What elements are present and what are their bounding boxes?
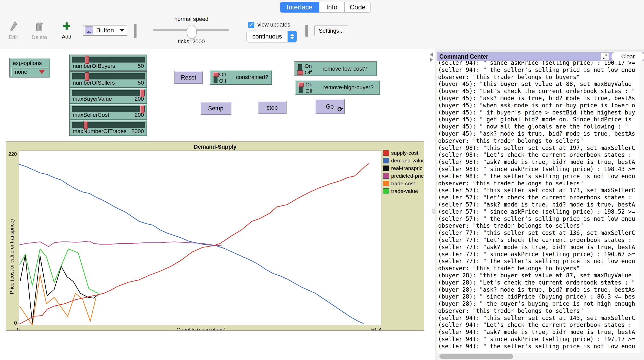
speed-slider-label: normal speed — [153, 16, 230, 22]
command-center-line: (seller 77): " the seller's selling pric… — [438, 258, 640, 265]
expand-icon[interactable]: ⤢ — [601, 53, 609, 60]
chooser-label: exp-options — [13, 60, 42, 67]
step-button[interactable]: step — [258, 101, 287, 114]
plot-title: Demand-Supply — [6, 144, 424, 150]
legend-item: trade-value — [383, 187, 424, 195]
slider-numberOfSellers[interactable]: numberOfSellers50 — [69, 71, 147, 88]
edit-button[interactable]: Edit — [6, 21, 21, 40]
switch-remove-low-cost[interactable]: OnOff remove-low-cost? — [294, 61, 377, 76]
command-center-line: (buyer 45): "this buyer set value at 88,… — [438, 81, 640, 88]
command-center-hscrollbar[interactable] — [437, 353, 644, 360]
legend-label: supply-cost — [391, 150, 418, 156]
setup-button[interactable]: Setup — [200, 102, 231, 115]
command-center-line: (seller 77): "ask? mode is true, bid? mo… — [438, 244, 640, 251]
chooser-arrow-icon — [39, 70, 45, 74]
legend-swatch — [383, 173, 389, 179]
collapse-right-arrow-icon[interactable] — [430, 58, 433, 62]
y-axis-max-tick: 220 — [7, 151, 17, 157]
command-center-line: (buyer 45): " now all the globals are th… — [438, 123, 640, 130]
command-center-title: Command Center — [439, 53, 601, 60]
forever-icon: ⟳ — [337, 106, 343, 113]
delete-button[interactable]: Delete — [31, 21, 47, 40]
hscrollbar-thumb[interactable] — [439, 354, 513, 359]
switch-off-label: Off — [219, 78, 226, 84]
command-center-line: (buyer 45): "ask? mode is true, bid? mod… — [438, 95, 640, 102]
command-center-line: (buyer 28): "this buyer set value at 87,… — [438, 272, 640, 279]
switch-off-label: Off — [305, 88, 313, 94]
clear-label: Clear — [621, 53, 635, 60]
switch-handle[interactable] — [297, 70, 303, 75]
command-center-line: (buyer 45): "ask? mode is true, bid? mod… — [438, 130, 640, 137]
legend-label: demand-value — [391, 158, 424, 164]
command-center-line: (buyer 45): " get global bid? mode on. S… — [438, 116, 640, 123]
command-center-line: (seller 98): " since askPrice (selling p… — [438, 166, 640, 173]
switch-on-label: On — [219, 71, 226, 78]
update-mode-dropdown[interactable]: continuous — [246, 31, 297, 42]
command-center-line: observer: "this trader belongs to seller… — [438, 137, 640, 145]
slider-track — [72, 90, 145, 96]
tab-code[interactable]: Code — [344, 2, 371, 12]
command-center-vscrollbar[interactable] — [639, 61, 644, 353]
tab-info[interactable]: Info — [319, 2, 344, 12]
view-updates-control: ✓ view updates — [248, 21, 290, 28]
slider-value: 200 — [134, 96, 144, 102]
command-center-line: (seller 94): " since askPrice (selling p… — [438, 61, 640, 67]
command-center-line: (seller 94): "ask? mode is true, bid? mo… — [438, 329, 640, 336]
reset-button[interactable]: Reset — [174, 71, 203, 84]
clear-button[interactable]: Clear — [611, 52, 644, 61]
toolbar: Interface Info Code Edit Delete Add abc … — [0, 0, 644, 49]
view-updates-checkbox[interactable]: ✓ — [248, 22, 254, 28]
slider-maxBuyerValue[interactable]: maxBuyerValue200 — [69, 88, 147, 104]
button-widget-icon: abc — [85, 26, 93, 34]
slider-numberOfBuyers[interactable]: numberOfBuyers50 — [69, 55, 147, 71]
switch-handle[interactable] — [213, 72, 219, 77]
chooser-value-box[interactable]: none — [11, 68, 48, 76]
command-center-line: (buyer 45): " if buyer's price > bestBid… — [438, 109, 640, 116]
toolbar-divider-2 — [305, 25, 308, 37]
go-button[interactable]: Go ⟳ — [315, 99, 345, 114]
slider-maxNumberOfTrades[interactable]: maxNumberOfTrades2000 — [69, 120, 147, 136]
command-center-line: observer: "this trader belongs to seller… — [438, 222, 640, 229]
x-axis-min-tick: 0 — [17, 327, 20, 331]
delete-label: Delete — [32, 34, 47, 40]
trash-icon — [35, 21, 44, 33]
command-center-line: (seller 94): "Let's check the current or… — [438, 322, 640, 329]
switch-constrained[interactable]: OnOff constrained? — [210, 70, 272, 85]
command-center-header[interactable]: Command Center ⤢ Clear — [437, 52, 644, 61]
interface-canvas: exp-options none numberOfBuyers50 number… — [0, 49, 435, 360]
plot-legend: supply-costdemand-valuereal-transpricpre… — [383, 149, 424, 195]
command-center-line: (seller 57): " since askPrice (selling p… — [438, 208, 640, 215]
y-axis-label: Price (cost or value or transprice) — [9, 213, 15, 300]
command-center-line: (buyer 45): "when ask-mode is off or buy… — [438, 102, 640, 109]
collapse-left-arrow-icon[interactable] — [430, 53, 433, 57]
add-plus-icon — [62, 21, 71, 32]
legend-item: predicted-pric — [383, 172, 424, 180]
slider-label: numberOfSellers — [73, 80, 115, 86]
netlogo-window: Interface Info Code Edit Delete Add abc … — [0, 0, 644, 360]
tab-group: Interface Info Code — [280, 2, 371, 12]
slider-value: 50 — [138, 80, 144, 86]
command-center-line: (buyer 28): " since bidPrice (buying pri… — [438, 293, 640, 300]
tab-interface[interactable]: Interface — [280, 2, 319, 12]
command-center-line: (seller 57): " the seller's selling pric… — [438, 215, 640, 223]
slider-label: maxNumberOfTrades — [73, 128, 127, 135]
switch-handle[interactable] — [298, 82, 304, 87]
switch-remove-high-buyer[interactable]: OnOff remove-high-buyer? — [295, 80, 380, 95]
switch-label: constrained? — [236, 70, 268, 84]
chooser-exp-options[interactable]: exp-options none — [9, 58, 50, 78]
command-center-line: (seller 57): "Let's check the current or… — [438, 194, 640, 201]
slider-label: numberOfBuyers — [73, 63, 115, 69]
command-center-line: (seller 94): " the seller's selling pric… — [438, 67, 640, 74]
edit-label: Edit — [9, 34, 18, 40]
command-center-line: (seller 98): " the seller's selling pric… — [438, 173, 640, 180]
command-center-output[interactable]: (seller 94): " since askPrice (selling p… — [437, 61, 640, 353]
add-button[interactable]: Add — [59, 21, 74, 40]
slider-label: maxBuyerValue — [73, 96, 112, 102]
plot-lines — [19, 151, 381, 325]
settings-button[interactable]: Settings... — [314, 25, 348, 36]
slider-maxSellerCost[interactable]: maxSellerCost200 — [69, 104, 147, 120]
widget-type-dropdown[interactable]: abc Button — [83, 25, 127, 36]
setup-label: Setup — [208, 105, 223, 112]
speed-slider-thumb[interactable] — [187, 25, 197, 39]
legend-label: real-transpric — [391, 165, 423, 171]
